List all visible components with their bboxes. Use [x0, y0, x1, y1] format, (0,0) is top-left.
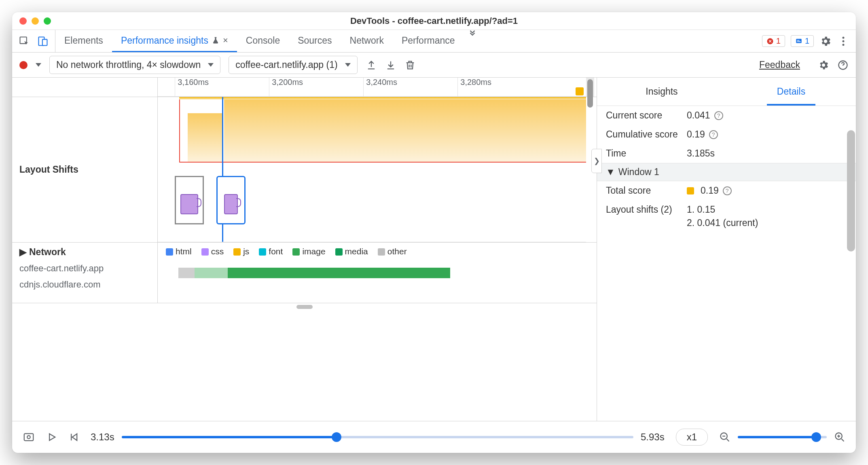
error-count: 1: [776, 36, 781, 46]
insights-toolbar: No network throttling, 4× slowdown coffe…: [12, 53, 856, 78]
panel-settings-icon[interactable]: [818, 59, 829, 71]
tab-label: Sources: [298, 35, 332, 46]
tab-sources[interactable]: Sources: [289, 30, 341, 52]
settings-icon[interactable]: [819, 35, 832, 47]
help-icon[interactable]: ?: [709, 130, 718, 139]
svg-rect-6: [797, 41, 800, 42]
legend-swatch-css: [201, 248, 209, 256]
ruler-tick: 3,240ms: [363, 78, 397, 96]
tab-elements[interactable]: Elements: [55, 30, 112, 52]
throttling-value: No network throttling, 4× slowdown: [56, 59, 201, 70]
legend-swatch-media: [335, 248, 343, 256]
error-icon: [766, 38, 774, 45]
cls-marker-icon[interactable]: [576, 87, 584, 95]
score-swatch: [687, 187, 694, 194]
chevron-down-icon: [208, 63, 214, 67]
network-host: cdnjs.cloudflare.com: [19, 279, 101, 290]
network-label: Network: [29, 247, 66, 258]
playback-speed[interactable]: x1: [676, 429, 708, 446]
tab-label: Elements: [64, 35, 103, 46]
network-host: coffee-cart.netlify.app: [19, 263, 104, 274]
window-section-header[interactable]: ▼Window 1: [597, 163, 856, 181]
devtools-tabs: Elements Performance insights × Console …: [12, 30, 856, 53]
issue-count-badge[interactable]: 1: [791, 35, 814, 47]
svg-rect-2: [42, 39, 47, 45]
record-options-dropdown[interactable]: [36, 63, 41, 67]
network-track-header[interactable]: ▶ Network: [19, 247, 66, 258]
playback-slider[interactable]: [122, 436, 633, 438]
tab-label: Performance: [402, 35, 455, 46]
more-tabs-icon[interactable]: [464, 30, 481, 52]
detail-value: 0.19: [687, 129, 705, 140]
window-title: DevTools - coffee-cart.netlify.app/?ad=1: [12, 16, 856, 26]
error-count-badge[interactable]: 1: [762, 35, 785, 47]
issue-count: 1: [805, 36, 809, 46]
shift-item[interactable]: 1. 0.15: [687, 204, 715, 215]
ruler-tick: 3,280ms: [457, 78, 491, 96]
feedback-link[interactable]: Feedback: [759, 59, 800, 70]
timeline-ruler: 3,160ms 3,200ms 3,240ms 3,280ms: [12, 78, 597, 97]
help-icon[interactable]: ?: [714, 111, 723, 120]
help-icon[interactable]: ?: [723, 186, 732, 195]
more-menu-icon[interactable]: [837, 35, 849, 47]
zoom-out-button[interactable]: [719, 431, 730, 443]
issue-icon: [795, 38, 802, 45]
record-button[interactable]: [19, 61, 28, 69]
svg-rect-4: [796, 39, 802, 43]
zoom-in-button[interactable]: [834, 431, 845, 443]
window-titlebar: DevTools - coffee-cart.netlify.app/?ad=1: [12, 12, 856, 30]
expand-sidebar-button[interactable]: ❯: [591, 149, 602, 173]
svg-rect-5: [797, 40, 799, 41]
legend-swatch-html: [166, 248, 173, 256]
skip-back-button[interactable]: [68, 431, 79, 443]
help-icon[interactable]: [837, 59, 849, 71]
delete-icon[interactable]: [404, 59, 416, 71]
timeline-vertical-scrollbar[interactable]: [586, 78, 594, 97]
network-track: ▶ Network coffee-cart.netlify.app cdnjs.…: [12, 243, 597, 303]
svg-point-7: [843, 36, 845, 38]
screenshot-thumbnail[interactable]: [216, 176, 246, 224]
flask-icon: [212, 36, 220, 44]
recording-select[interactable]: coffee-cart.netlify.app (1): [229, 56, 357, 74]
detail-label: Layout shifts (2): [606, 204, 683, 228]
svg-point-8: [843, 40, 845, 42]
detail-label: Time: [606, 148, 683, 159]
shift-item[interactable]: 2. 0.041 (current): [687, 218, 758, 228]
tab-details[interactable]: Details: [726, 78, 856, 106]
throttling-select[interactable]: No network throttling, 4× slowdown: [49, 56, 220, 74]
svg-point-9: [843, 44, 845, 46]
time-range-start: 3.13s: [91, 431, 114, 443]
details-scrollbar[interactable]: [847, 130, 855, 252]
export-icon[interactable]: [366, 59, 377, 71]
tab-network[interactable]: Network: [341, 30, 393, 52]
chevron-down-icon: ▼: [606, 167, 615, 178]
tab-insights[interactable]: Insights: [597, 78, 726, 106]
timeline-horizontal-scrollbar[interactable]: [12, 303, 597, 311]
import-icon[interactable]: [385, 59, 396, 71]
zoom-slider[interactable]: [738, 436, 827, 438]
close-tab-icon[interactable]: ×: [223, 35, 228, 46]
play-button[interactable]: [46, 431, 57, 443]
cls-bar[interactable]: [224, 99, 586, 162]
detail-label: Current score: [606, 110, 683, 121]
tab-performance[interactable]: Performance: [393, 30, 464, 52]
layout-shifts-track: Layout Shifts: [12, 97, 597, 243]
legend-swatch-image: [292, 248, 300, 256]
tab-performance-insights[interactable]: Performance insights ×: [112, 30, 237, 52]
chevron-down-icon: [345, 63, 351, 67]
device-toolbar-icon[interactable]: [37, 36, 49, 47]
svg-rect-11: [24, 433, 34, 441]
tab-console[interactable]: Console: [237, 30, 289, 52]
detail-value: 0.19: [701, 185, 719, 196]
legend-swatch-other: [378, 248, 385, 256]
tab-label: Network: [350, 35, 384, 46]
cls-bar[interactable]: [188, 113, 222, 162]
inspect-element-icon[interactable]: [19, 36, 30, 47]
tab-label: Console: [246, 35, 280, 46]
network-request-bar[interactable]: [166, 268, 578, 278]
screenshot-thumbnail[interactable]: [175, 176, 204, 224]
detail-value: 0.041: [687, 110, 710, 121]
time-range-end: 5.93s: [641, 431, 665, 443]
playback-footer: 3.13s 5.93s x1: [12, 421, 856, 453]
toggle-visibility-icon[interactable]: [23, 431, 35, 443]
